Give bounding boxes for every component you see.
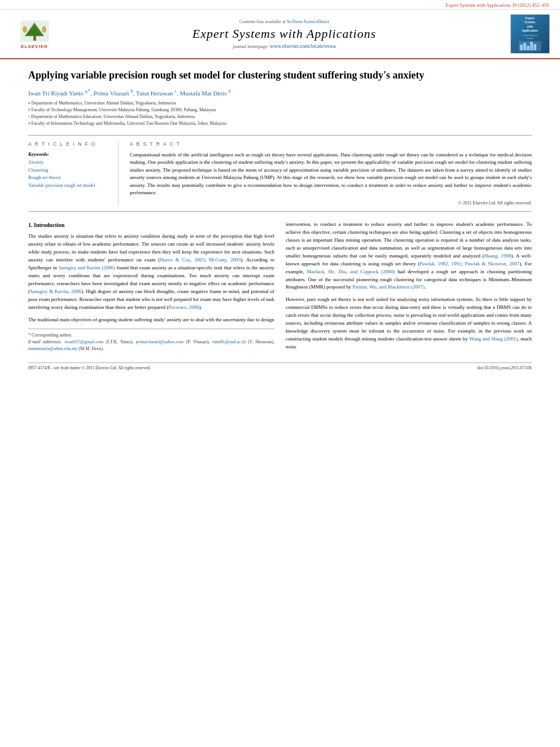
journal-title-area: Contents lists available at SciVerse Sci… [67,14,502,54]
author-4: Mustafa Mat Deris d [180,90,230,97]
email-text: E-mail addresses: iwan015@gmail.com (I.T… [28,339,274,351]
email-mustafa[interactable]: mmmustafa@uthm.edu.my [28,346,77,351]
cite-wang[interactable]: Wang and Hung (2001) [469,336,518,342]
affil-d: d Faculty of Information Technology and … [28,120,532,127]
journal-citation-bar: Expert Systems with Applications 39 (201… [0,0,560,10]
author-2: Prima Vitasari b [94,90,133,97]
right-para-2: However, pure rough set theory is not we… [286,296,532,351]
authors-line: Iwan Tri Riyadi Yanto a,*, Prima Vitasar… [28,89,532,97]
abstract-text: Computational models of the artificial i… [130,151,532,197]
svg-point-5 [42,26,46,33]
cite-mazlack[interactable]: Mazlack, He, Zhu, and Coppock (2000) [307,269,395,274]
cite-pawlak2[interactable]: Pawlak & Skowron, 2007 [465,261,520,267]
footnote-area: * Corresponding author. E-mail addresses… [28,329,274,352]
affil-a: a Department of Mathematics, Universitas… [28,100,532,107]
svg-rect-6 [520,45,523,50]
homepage-line: journal homepage: www.elsevier.com/locat… [233,43,336,49]
homepage-link[interactable]: www.elsevier.com/locate/eswa [270,43,336,49]
email-prima[interactable]: primavitasari@yahoo.com [135,339,183,344]
journal-main-title: Expert Systems with Applications [193,27,377,41]
affil-b: b Faculty of Technology Management, Univ… [28,107,532,113]
body-columns: 1. Introduction The studies anxiety is s… [28,221,532,356]
copyright-line: © 2011 Elsevier Ltd. All rights reserved… [130,200,532,206]
article-title: Applying variable precision rough set mo… [28,68,532,82]
cite-mccraty[interactable]: McCraty, 2003 [209,257,241,263]
author-1: Iwan Tri Riyadi Yanto a,* [28,90,90,97]
right-column: intervention, to conduct a treatment to … [286,221,532,356]
sciverse-prefix: Contents lists available at [239,19,287,24]
article-info-heading: A R T I C L E I N F O [28,141,111,147]
abstract-heading: A B S T R A C T [130,141,532,147]
journal-header: ELSEVIER Contents lists available at Sci… [0,10,560,59]
intro-para-1: The studies anxiety is situation that re… [28,233,274,311]
cite-sansgiry2[interactable]: Sansgiry & Kavita, 2006 [30,289,81,294]
elsevier-logo: ELSEVIER [19,19,50,49]
sciverse-line: Contents lists available at SciVerse Sci… [239,19,329,24]
cite-parmar[interactable]: Parmar, Wu, and Blackhurst (2007) [353,284,425,290]
keyword-clustering: Clustering [28,167,111,174]
svg-rect-8 [527,46,530,50]
corresponding-note: * Corresponding author. [28,332,274,339]
journal-citation: Expert Systems with Applications 39 (201… [445,2,549,8]
cite-sansgiry[interactable]: Sansgiry and Kavita (2006) [59,265,116,270]
bottom-bar: 0957-4174/$ – see front matter © 2011 El… [28,362,532,370]
left-column: 1. Introduction The studies anxiety is s… [28,221,274,356]
keywords-label: Keywords: [28,151,111,157]
svg-rect-7 [523,43,526,50]
journal-thumbnail-area: ExpertSystemswithApplications An Interna… [509,14,551,54]
keyword-anxiety: Anxiety [28,159,111,167]
abstract-panel: A B S T R A C T Computational models of … [130,141,532,206]
keyword-rough-set: Rough set theory [28,174,111,182]
keyword-vprs: Variable precision rough set model [28,182,111,190]
journal-thumbnail: ExpertSystemswithApplications An Interna… [510,14,550,54]
svg-rect-9 [530,42,533,50]
intro-heading: 1. Introduction [28,221,274,230]
affil-c: c Department of Mathematics Education, U… [28,113,532,120]
elsevier-logo-area: ELSEVIER [9,14,60,54]
cite-pecoraro[interactable]: Pecoraro, 2006 [168,304,199,310]
issn-line: 0957-4174/$ – see front matter © 2011 El… [28,365,151,370]
cite-pawlak[interactable]: Pawlak, 1982, 1991 [419,261,461,267]
doi-line: doi:10.1016/j.eswa.2011.07.036 [478,365,532,370]
right-para-1: intervention, to conduct a treatment to … [286,221,532,291]
affiliations: a Department of Mathematics, Universitas… [28,100,532,127]
author-3: Tutut Herawan c [136,90,177,97]
sciverse-link[interactable]: SciVerse ScienceDirect [287,19,329,24]
email-note: E-mail addresses: iwan015@gmail.com (I.T… [28,339,274,352]
cite-huang[interactable]: Huang, 1998 [484,253,511,259]
article-info-panel: A R T I C L E I N F O Keywords: Anxiety … [28,141,119,206]
svg-point-4 [23,26,27,33]
main-content: Applying variable precision rough set mo… [0,59,560,382]
email-tutut[interactable]: tutut81@uad.ac.id [212,339,246,344]
cite-harris[interactable]: Harris & Coy, 2003 [160,257,204,263]
homepage-prefix: journal homepage: [233,43,270,49]
info-abstract-section: A R T I C L E I N F O Keywords: Anxiety … [28,135,532,212]
elsevier-text: ELSEVIER [21,44,48,49]
intro-para-2: The traditional main objectives of group… [28,316,274,324]
email-iwan[interactable]: iwan015@gmail.com [64,339,103,344]
svg-rect-10 [533,44,536,50]
